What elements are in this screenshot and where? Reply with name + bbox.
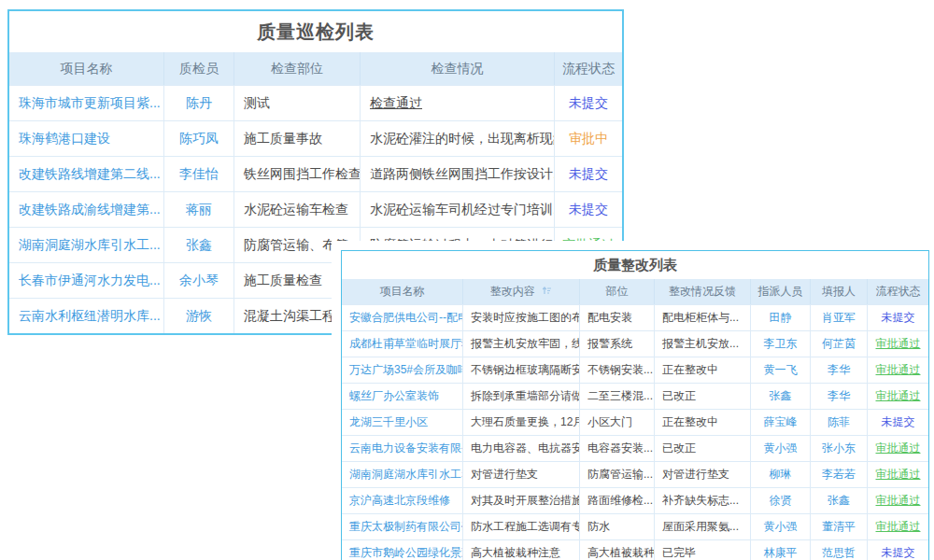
project-name-link[interactable]: 安徽合肥供电公司--配电设备... — [342, 305, 463, 330]
status-text[interactable]: 审批通过 — [868, 357, 928, 383]
part: 小区大门 — [580, 410, 655, 435]
reporter-name[interactable]: 肖亚军 — [811, 305, 868, 330]
rectification-feedback: 屋面采用聚氨... — [655, 514, 751, 539]
rectification-table-body: 安徽合肥供电公司--配电设备...安装时应按施工图的布置，将...配电安装配电柜… — [342, 304, 928, 560]
project-name-link[interactable]: 湖南洞庭湖水库引水工... — [9, 228, 164, 262]
inspector-name[interactable]: 蒋丽 — [164, 192, 234, 227]
project-name-link[interactable]: 螺丝厂办公室装饰 — [342, 384, 463, 409]
inspection-table-row: 改建铁路成渝线增建第...蒋丽水泥砼运输车检查水泥砼运输车司机经过专门培训...… — [9, 191, 622, 227]
part: 防水 — [580, 514, 655, 539]
assignee-name[interactable]: 黄小强 — [751, 514, 811, 539]
header-rectification-feedback: 整改情况反馈 — [655, 279, 751, 304]
project-name-link[interactable]: 珠海市城市更新项目紫... — [9, 86, 164, 120]
status-text: 未提交 — [868, 305, 928, 330]
status-text: 未提交 — [555, 192, 622, 227]
assignee-name[interactable]: 薛宝峰 — [751, 410, 811, 435]
rectification-table-row: 湖南洞庭湖水库引水工程施工标对管进行垫支防腐管运输...对管进行垫支柳琳李若若审… — [342, 461, 928, 487]
rectification-table-row: 云南电力设备安装有限公司20...电力电容器、电抗器安装方案...电容器安装..… — [342, 435, 928, 461]
rectification-feedback: 补齐缺失标志... — [655, 488, 751, 513]
dashboard-canvas: 质量巡检列表 项目名称 质检员 检查部位 检查情况 流程状态 珠海市城市更新项目… — [0, 0, 934, 560]
project-name-link[interactable]: 湖南洞庭湖水库引水工程施工标 — [342, 462, 463, 487]
rectification-table-row: 京沪高速北京段维修对其及时开展整治措施，桥头...路面维修检...补齐缺失标志.… — [342, 487, 928, 513]
rectification-content: 防水工程施工选调有专业资质... — [463, 514, 580, 539]
header-reporter: 填报人 — [811, 279, 868, 304]
status-text[interactable]: 审批通过 — [868, 514, 928, 539]
inspector-name[interactable]: 余小琴 — [164, 263, 234, 298]
inspector-name[interactable]: 游恢 — [164, 299, 234, 333]
assignee-name[interactable]: 黄小强 — [751, 436, 811, 461]
assignee-name[interactable]: 黄一飞 — [751, 357, 811, 383]
inspection-table-row: 珠海鹤港口建设陈巧凤施工质量事故水泥砼灌注的时候，出现离析现象审批中 — [9, 120, 622, 156]
inspection-situation: 道路两侧铁丝网围挡工作按设计... — [361, 157, 555, 191]
project-name-link[interactable]: 长春市伊通河水力发电... — [9, 263, 164, 298]
part: 路面维修检... — [580, 488, 655, 513]
status-text: 审批中 — [555, 121, 622, 156]
project-name-link[interactable]: 成都杜甫草堂临时展厅独立展... — [342, 331, 463, 357]
status-text[interactable]: 审批通过 — [868, 488, 928, 513]
header-rectification-content-label: 整改内容 — [490, 285, 535, 298]
inspection-situation: 水泥砼灌注的时候，出现离析现象 — [361, 121, 555, 156]
status-text: 未提交 — [868, 410, 928, 435]
inspection-table-row: 珠海市城市更新项目紫...陈丹测试检查通过未提交 — [9, 85, 622, 120]
inspector-name[interactable]: 陈巧凤 — [164, 121, 234, 156]
rectification-feedback: 已改正 — [655, 384, 751, 409]
rectification-feedback: 配电柜柜体与... — [655, 305, 751, 330]
status-text[interactable]: 审批通过 — [868, 436, 928, 461]
inspection-part: 施工质量事故 — [234, 121, 361, 156]
project-name-link[interactable]: 云南电力设备安装有限公司20... — [342, 436, 463, 461]
part: 配电安装 — [580, 305, 655, 330]
status-text[interactable]: 审批通过 — [868, 384, 928, 409]
project-name-link[interactable]: 改建铁路线增建第二线... — [9, 157, 164, 191]
rectification-feedback: 已完毕 — [655, 540, 751, 560]
header-assignee: 指派人员 — [751, 279, 811, 304]
rectification-table-row: 螺丝厂办公室装饰拆除到承重墙部分请做好加固...二至三楼混...已改正张鑫李华审… — [342, 383, 928, 409]
project-name-link[interactable]: 云南水利枢纽潜明水库... — [9, 299, 164, 333]
inspection-part: 铁丝网围挡工作检查 — [234, 157, 361, 191]
reporter-name[interactable]: 李华 — [811, 357, 868, 383]
project-name-link[interactable]: 改建铁路成渝线增建第... — [9, 192, 164, 227]
status-text[interactable]: 审批通过 — [868, 331, 928, 357]
project-name-link[interactable]: 万达广场35#会所及咖啡厅空... — [342, 357, 463, 383]
assignee-name[interactable]: 张鑫 — [751, 384, 811, 409]
header-inspection-part: 检查部位 — [234, 52, 361, 85]
rectification-content: 不锈钢边框玻璃隔断安装不牢... — [463, 357, 580, 383]
assignee-name[interactable]: 林康平 — [751, 540, 811, 560]
inspector-name[interactable]: 陈丹 — [164, 86, 234, 120]
rectification-table-row: 安徽合肥供电公司--配电设备...安装时应按施工图的布置，将...配电安装配电柜… — [342, 304, 928, 330]
project-name-link[interactable]: 珠海鹤港口建设 — [9, 121, 164, 156]
project-name-link[interactable]: 重庆太极制药有限公司亳州中... — [342, 514, 463, 539]
rectification-feedback: 报警主机安放... — [655, 331, 751, 357]
inspector-name[interactable]: 张鑫 — [164, 228, 234, 262]
rectification-content: 安装时应按施工图的布置，将... — [463, 305, 580, 330]
status-text: 未提交 — [555, 86, 622, 120]
status-text: 未提交 — [868, 540, 928, 560]
project-name-link[interactable]: 重庆市鹅岭公园绿化景观提升... — [342, 540, 463, 560]
reporter-name[interactable]: 何芷茵 — [811, 331, 868, 357]
inspection-situation: 检查通过 — [361, 86, 555, 120]
rectification-feedback: 对管进行垫支 — [655, 462, 751, 487]
inspection-table-row: 改建铁路线增建第二线...李佳怡铁丝网围挡工作检查道路两侧铁丝网围挡工作按设计.… — [9, 156, 622, 191]
reporter-name[interactable]: 张小东 — [811, 436, 868, 461]
rectification-table-card: 质量整改列表 项目名称 整改内容 部位 整改情况反馈 指派人员 填报人 流程状态… — [341, 250, 929, 560]
assignee-name[interactable]: 李卫东 — [751, 331, 811, 357]
reporter-name[interactable]: 李若若 — [811, 462, 868, 487]
project-name-link[interactable]: 龙湖三千里小区 — [342, 410, 463, 435]
reporter-name[interactable]: 李华 — [811, 384, 868, 409]
sort-ascending-icon[interactable] — [542, 280, 552, 304]
project-name-link[interactable]: 京沪高速北京段维修 — [342, 488, 463, 513]
rectification-table-row: 重庆市鹅岭公园绿化景观提升...高大植被栽种注意高大植被栽种已完毕林康平范思哲未… — [342, 539, 928, 560]
reporter-name[interactable]: 董清平 — [811, 514, 868, 539]
inspector-name[interactable]: 李佳怡 — [164, 157, 234, 191]
rectification-feedback: 正在整改中 — [655, 410, 751, 435]
assignee-name[interactable]: 田静 — [751, 305, 811, 330]
assignee-name[interactable]: 徐贤 — [751, 488, 811, 513]
header-rectification-content[interactable]: 整改内容 — [463, 279, 580, 304]
part: 防腐管运输... — [580, 462, 655, 487]
inspection-situation: 水泥砼运输车司机经过专门培训... — [361, 192, 555, 227]
reporter-name[interactable]: 范思哲 — [811, 540, 868, 560]
reporter-name[interactable]: 陈菲 — [811, 410, 868, 435]
reporter-name[interactable]: 张鑫 — [811, 488, 868, 513]
status-text[interactable]: 审批通过 — [868, 462, 928, 487]
inspection-table-header: 项目名称 质检员 检查部位 检查情况 流程状态 — [9, 52, 622, 85]
assignee-name[interactable]: 柳琳 — [751, 462, 811, 487]
